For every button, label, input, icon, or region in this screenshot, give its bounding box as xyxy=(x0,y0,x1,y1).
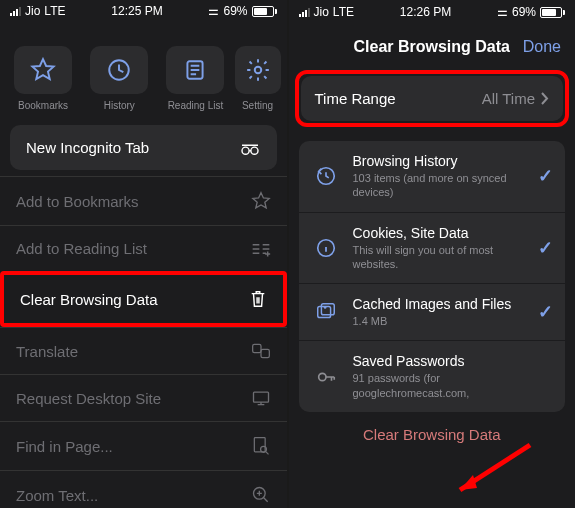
saved-passwords-item[interactable]: Saved Passwords 91 passwords (for google… xyxy=(299,341,566,412)
status-bar: Jio LTE 12:26 PM ⚌ 69% xyxy=(289,0,576,24)
time-range-row[interactable]: Time Range All Time xyxy=(301,76,564,121)
svg-point-3 xyxy=(242,147,249,154)
carrier-label: Jio xyxy=(314,5,329,19)
signal-icon xyxy=(299,8,310,17)
header: Clear Browsing Data Done xyxy=(289,24,576,70)
page-title: Clear Browsing Data xyxy=(354,38,510,56)
item-sub: 91 passwords (for googlechromecast.com, xyxy=(353,371,554,400)
network-label: LTE xyxy=(333,5,354,19)
battery-icon xyxy=(540,7,565,18)
svg-rect-14 xyxy=(321,304,334,315)
setting-label: Time Range xyxy=(315,90,396,107)
item-sub: 103 items (and more on synced devices) xyxy=(353,171,527,200)
zoom-text[interactable]: Zoom Text... xyxy=(0,470,287,508)
svg-point-16 xyxy=(318,373,325,380)
quick-label: Bookmarks xyxy=(18,100,68,111)
svg-rect-7 xyxy=(253,392,268,402)
quick-label: Setting xyxy=(242,100,273,111)
menu-label: Add to Reading List xyxy=(16,240,147,257)
new-incognito-tab[interactable]: New Incognito Tab xyxy=(10,125,277,170)
battery-icon xyxy=(252,6,277,17)
chevron-right-icon xyxy=(541,92,549,105)
translate-icon xyxy=(251,342,271,360)
item-title: Browsing History xyxy=(353,153,527,169)
svg-point-15 xyxy=(323,306,326,309)
left-screen: Jio LTE 12:25 PM ⚌ 69% Bookmarks History… xyxy=(0,0,287,508)
quick-history[interactable]: History xyxy=(82,46,156,111)
item-title: Cached Images and Files xyxy=(353,296,527,312)
clear-browsing-data-button[interactable]: Clear Browsing Data xyxy=(289,412,576,457)
check-icon: ✓ xyxy=(538,301,553,323)
check-icon: ✓ xyxy=(538,165,553,187)
svg-rect-5 xyxy=(252,344,260,352)
clear-browsing-data[interactable]: Clear Browsing Data xyxy=(0,271,287,327)
cached-images-item[interactable]: Cached Images and Files 1.4 MB ✓ xyxy=(299,284,566,341)
right-screen: Jio LTE 12:26 PM ⚌ 69% Clear Browsing Da… xyxy=(289,0,576,508)
request-desktop-site[interactable]: Request Desktop Site xyxy=(0,374,287,421)
svg-point-4 xyxy=(250,147,257,154)
desktop-icon xyxy=(251,389,271,407)
gear-icon xyxy=(245,57,271,83)
car-icon: ⚌ xyxy=(208,4,219,18)
menu-list: New Incognito Tab Add to Bookmarks Add t… xyxy=(0,119,287,508)
browsing-history-item[interactable]: Browsing History 103 items (and more on … xyxy=(299,141,566,213)
svg-rect-8 xyxy=(254,438,265,452)
carrier-label: Jio xyxy=(25,4,40,18)
quick-reading-list[interactable]: Reading List xyxy=(158,46,232,111)
car-icon: ⚌ xyxy=(497,5,508,19)
quick-label: Reading List xyxy=(168,100,224,111)
zoom-icon xyxy=(251,485,271,505)
setting-value: All Time xyxy=(482,90,535,107)
svg-rect-6 xyxy=(261,349,269,357)
translate[interactable]: Translate xyxy=(0,327,287,374)
item-title: Saved Passwords xyxy=(353,353,554,369)
incognito-icon xyxy=(239,140,261,156)
item-sub: 1.4 MB xyxy=(353,314,527,328)
key-icon xyxy=(311,366,341,388)
quick-bookmarks[interactable]: Bookmarks xyxy=(6,46,80,111)
network-label: LTE xyxy=(44,4,65,18)
data-types-list: Browsing History 103 items (and more on … xyxy=(299,141,566,412)
quick-actions: Bookmarks History Reading List Setting xyxy=(0,38,287,119)
check-icon: ✓ xyxy=(538,237,553,259)
quick-settings[interactable]: Setting xyxy=(235,46,281,111)
menu-label: Request Desktop Site xyxy=(16,390,161,407)
add-to-reading-list[interactable]: Add to Reading List xyxy=(0,225,287,271)
signal-icon xyxy=(10,7,21,16)
trash-icon xyxy=(249,289,267,309)
item-title: Cookies, Site Data xyxy=(353,225,527,241)
menu-label: Zoom Text... xyxy=(16,487,98,504)
add-to-bookmarks[interactable]: Add to Bookmarks xyxy=(0,176,287,225)
info-icon xyxy=(311,237,341,259)
menu-label: New Incognito Tab xyxy=(26,139,149,156)
battery-pct: 69% xyxy=(223,4,247,18)
status-bar: Jio LTE 12:25 PM ⚌ 69% xyxy=(0,0,287,22)
search-page-icon xyxy=(251,436,271,456)
menu-label: Find in Page... xyxy=(16,438,113,455)
done-button[interactable]: Done xyxy=(523,38,561,56)
star-icon xyxy=(251,191,271,211)
cookies-item[interactable]: Cookies, Site Data This will sign you ou… xyxy=(299,213,566,285)
clock: 12:25 PM xyxy=(111,4,162,18)
star-icon xyxy=(30,57,56,83)
history-icon xyxy=(311,165,341,187)
find-in-page[interactable]: Find in Page... xyxy=(0,421,287,470)
quick-label: History xyxy=(104,100,135,111)
menu-label: Clear Browsing Data xyxy=(20,291,158,308)
history-icon xyxy=(106,57,132,83)
menu-label: Add to Bookmarks xyxy=(16,193,139,210)
svg-point-2 xyxy=(254,67,261,74)
reading-list-icon xyxy=(251,241,271,257)
battery-pct: 69% xyxy=(512,5,536,19)
list-icon xyxy=(182,57,208,83)
menu-label: Translate xyxy=(16,343,78,360)
item-sub: This will sign you out of most websites. xyxy=(353,243,527,272)
images-icon xyxy=(311,301,341,323)
clock: 12:26 PM xyxy=(400,5,451,19)
